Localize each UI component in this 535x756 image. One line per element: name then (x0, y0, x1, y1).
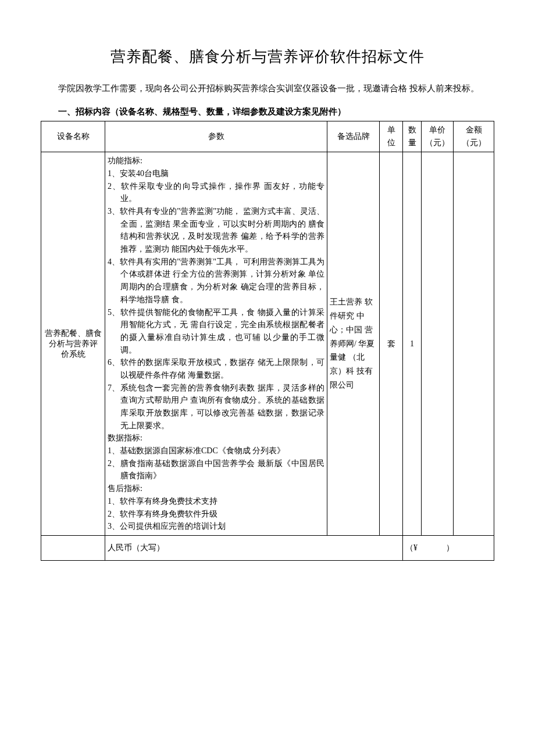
footer-rmb-label: 人民币（大写） (108, 543, 165, 552)
after-label: 售后指标: (108, 482, 324, 495)
cell-unit: 套 (380, 152, 403, 536)
cell-amount (454, 152, 494, 536)
col-header-name: 设备名称 (41, 121, 105, 152)
func-label: 功能指标: (108, 155, 324, 167)
document-page: 营养配餐、膳食分析与营养评价软件招标文件 学院因教学工作需要，现向各公司公开招标… (0, 0, 535, 756)
tender-table: 设备名称 参数 备选品牌 单 位 数 量 单价 （元） 金额 （元） 营养配餐、… (41, 121, 494, 561)
table-row: 营养配餐、膳食分析与营养评 价系统 功能指标: 1、安装40台电脑 2、软件采取… (41, 152, 494, 536)
footer-yen-prefix: （¥ (405, 543, 418, 552)
after-item: 1、软件享有终身免费技术支持 (108, 495, 324, 508)
func-item: 2、软件采取专业的向导式操作，操作界 面友好，功能专业。 (108, 180, 324, 205)
col-header-brand: 备选品牌 (327, 121, 380, 152)
footer-yen-cell: （¥ ） (403, 535, 494, 560)
footer-empty (41, 535, 105, 560)
footer-yen-suffix: ） (446, 543, 454, 552)
func-item: 3、软件具有专业的"营养监测"功能， 监测方式丰富、灵活、全面，监测结 果全面专… (108, 205, 324, 256)
func-item: 6、软件的数据库采取开放模式，数据存 储无上限限制，可以视硬件条件存储 海量数据… (108, 356, 324, 381)
section-heading: 一、招标内容（设备名称、规格型号、数量，详细参数及建设方案见附件） (41, 106, 494, 117)
func-item: 4、软件具有实用的"营养测算"工具， 可利用营养测算工具为个体或群体进 行全方位… (108, 256, 324, 306)
table-footer-row: 人民币（大写） （¥ ） (41, 535, 494, 560)
cell-parameters: 功能指标: 1、安装40台电脑 2、软件采取专业的向导式操作，操作界 面友好，功… (105, 152, 327, 536)
cell-device-name: 营养配餐、膳食分析与营养评 价系统 (41, 152, 105, 536)
cell-brand: 王土营养 软件研究 中心；中国 营养师网/ 华夏量健 （北京）科 技有限公司 (327, 152, 380, 536)
data-label: 数据指标: (108, 432, 324, 445)
func-item: 7、系统包含一套完善的营养食物列表数 据库，灵活多样的查询方式帮助用户 查询所有… (108, 382, 324, 432)
col-header-price: 单价 （元） (422, 121, 454, 152)
func-item: 5、软件提供智能化的食物配平工具，食 物摄入量的计算采用智能化方式，无 需自行设… (108, 306, 324, 357)
col-header-amount: 金额 （元） (454, 121, 494, 152)
after-item: 3、公司提供相应完善的培训计划 (108, 520, 324, 533)
col-header-unit: 单 位 (380, 121, 403, 152)
footer-yen-gap (420, 543, 444, 552)
func-item: 1、安装40台电脑 (108, 167, 324, 180)
document-title: 营养配餐、膳食分析与营养评价软件招标文件 (41, 46, 494, 67)
table-header-row: 设备名称 参数 备选品牌 单 位 数 量 单价 （元） 金额 （元） (41, 121, 494, 152)
footer-rmb-cell: 人民币（大写） (105, 535, 403, 560)
cell-qty: 1 (403, 152, 422, 536)
after-item: 2、软件享有终身免费软件升级 (108, 508, 324, 521)
intro-paragraph: 学院因教学工作需要，现向各公司公开招标购买营养综合实训室仪器设备一批，现邀请合格… (41, 80, 494, 98)
data-item: 1、基础数据源自国家标准CDC《食物成 分列表》 (108, 445, 324, 457)
data-item: 2、膳食指南基础数据源自中国营养学会 最新版《中国居民膳食指南》 (108, 457, 324, 482)
cell-price (422, 152, 454, 536)
col-header-qty: 数 量 (403, 121, 422, 152)
col-header-params: 参数 (105, 121, 327, 152)
